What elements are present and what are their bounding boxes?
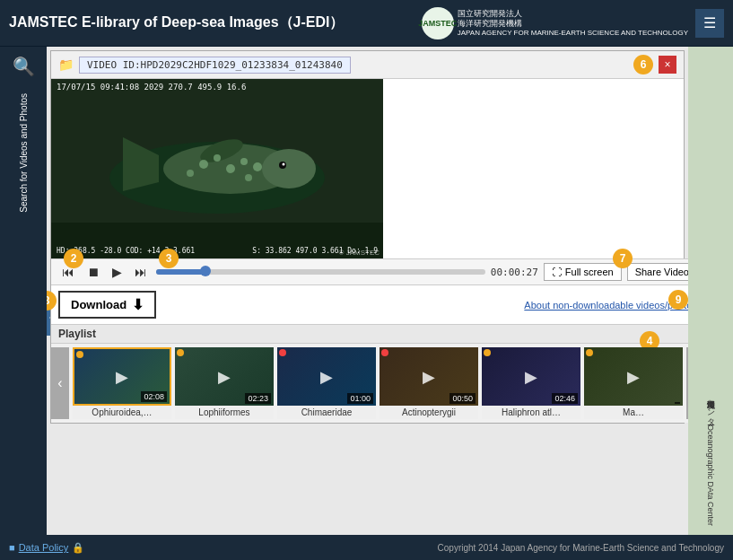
non-download-container: 9 About non-downloadable videos/photos	[524, 299, 688, 311]
video-player[interactable]: 17/07/15 09:41:08 2029 270.7 495.9 16.6	[51, 79, 383, 258]
badge-6: 6	[633, 55, 653, 74]
badge-9: 9	[668, 290, 688, 310]
header-right: JAMSTEC 国立研究開発法人 海洋研究開発機構 JAPAN AGENCY F…	[422, 7, 724, 39]
playlist-scroll-right[interactable]: ›	[686, 347, 688, 419]
playlist-items: ▶ 02:08 Ophiuroidea,… ▶ 02:2	[69, 347, 686, 419]
logo-text: 国立研究開発法人 海洋研究開発機構 JAPAN AGENCY FOR MARIN…	[458, 9, 688, 37]
download-icon: ⬇	[132, 296, 144, 313]
fullscreen-icon: ⛶	[552, 267, 562, 277]
playlist-thumb-6: ▶	[584, 347, 683, 406]
thumb-badge-6	[586, 349, 593, 356]
badge-3: 3	[159, 249, 179, 268]
playlist-section: Playlist 4 ‹ ▶ 02:08	[51, 324, 688, 423]
hamburger-button[interactable]: ☰	[695, 9, 724, 38]
share-button[interactable]: Share Video	[627, 263, 688, 281]
controls-bar: 2 3 ⏮ ⏹ ▶ ⏭ 00:00:27 ⛶ Full	[51, 258, 688, 285]
thumb-duration-1: 02:08	[141, 391, 167, 402]
main-layout: 🔍 Search for Videos and Photos 📁 VIDEO I…	[0, 47, 733, 535]
playlist-label-1: Ophiuroidea,…	[73, 406, 171, 419]
playlist-thumb-4: ▶ 00:50	[380, 347, 478, 406]
thumb-badge-2	[177, 349, 184, 356]
playlist-thumb-5: ▶ 02:46	[482, 347, 580, 406]
logo-line3: JAPAN AGENCY FOR MARINE-EARTH SCIENCE AN…	[458, 29, 688, 38]
folder-icon: 📁	[58, 57, 74, 72]
thumb-badge-4	[381, 349, 388, 356]
logo-line2: 海洋研究開発機構	[458, 19, 688, 29]
svg-point-11	[187, 170, 194, 177]
modal-header-right: 6 ×	[633, 55, 676, 74]
progress-thumb	[200, 266, 211, 276]
right-sidebar: 海洋環境情報センター Oceanographic DAta Center	[688, 47, 733, 535]
thumb-play-5: ▶	[525, 367, 537, 387]
playlist-thumb-1: ▶ 02:08	[73, 347, 171, 406]
video-id: VIDEO ID:HPD2029C2HDF1029_01233834_01243…	[79, 57, 351, 74]
thumb-duration-4: 00:50	[449, 393, 476, 404]
thumb-badge-3	[279, 349, 286, 356]
video-section: 17/07/15 09:41:08 2029 270.7 495.9 16.6	[51, 79, 688, 423]
lock-icon: 🔒	[72, 542, 84, 554]
playlist-label-4: Actinopterygii	[380, 406, 478, 419]
badge-2: 2	[64, 249, 83, 268]
progress-fill	[156, 269, 205, 275]
svg-point-10	[253, 162, 262, 171]
thumb-play-4: ▶	[423, 367, 435, 387]
video-overlay-text: 17/07/15 09:41:08 2029 270.7 495.9 16.6	[57, 83, 246, 92]
thumb-duration-3: 01:00	[347, 393, 373, 404]
list-item[interactable]: ▶ 02:08 Ophiuroidea,…	[73, 347, 171, 419]
list-item[interactable]: ▶ 01:00 Chimaeridae	[277, 347, 376, 419]
svg-point-7	[214, 154, 221, 162]
sidebar-search-label: Search for Videos and Photos	[18, 93, 30, 213]
video-hud: HD: 268.5 -28.0 COD: +14.3 3.661 S: 33.8…	[57, 247, 378, 255]
data-policy-icon: ■	[9, 542, 15, 553]
svg-point-6	[199, 160, 208, 169]
thumb-play-2: ▶	[218, 367, 231, 387]
time-display: 00:00:27	[491, 267, 538, 278]
badge-8: 8	[47, 291, 57, 311]
app-header: JAMSTEC E-library of Deep-sea Images（J-E…	[0, 0, 733, 47]
thumb-play-3: ▶	[320, 367, 333, 387]
footer-copyright: Copyright 2014 Japan Agency for Marine-E…	[438, 543, 724, 553]
jamstec-logo: JAMSTEC 国立研究開発法人 海洋研究開発機構 JAPAN AGENCY F…	[422, 7, 688, 39]
svg-point-3	[262, 149, 316, 188]
thumb-duration-2: 02:23	[245, 393, 271, 404]
modal-body: 17/07/15 09:41:08 2029 270.7 495.9 16.6	[51, 79, 684, 423]
action-bar: 8 Download ⬇ 9 About non-downloadable vi…	[51, 285, 688, 324]
content-area: 📁 VIDEO ID:HPD2029C2HDF1029_01233834_012…	[47, 47, 688, 535]
thumb-badge-5	[484, 349, 491, 356]
playlist-label-5: Haliphron atl…	[482, 406, 580, 419]
data-policy-link[interactable]: Data Policy	[19, 542, 69, 553]
list-item[interactable]: ▶ 02:46 Haliphron atl…	[482, 347, 580, 419]
non-download-text: About non-downloadable videos/photos	[524, 300, 688, 311]
thumb-play-6: ▶	[627, 367, 640, 387]
stop-button[interactable]: ⏹	[83, 263, 103, 281]
thumb-duration-6	[675, 402, 680, 404]
svg-point-14	[283, 163, 285, 166]
svg-point-9	[240, 158, 248, 165]
download-button[interactable]: Download ⬇	[58, 291, 156, 319]
playlist-thumb-2: ▶ 02:23	[175, 347, 274, 406]
search-button[interactable]: 🔍	[13, 56, 35, 77]
close-button[interactable]: ×	[659, 56, 676, 74]
playlist-scroll-left[interactable]: ‹	[51, 347, 69, 419]
list-item[interactable]: ▶ Ma…	[584, 347, 683, 419]
forward-button[interactable]: ⏭	[131, 263, 151, 281]
fullscreen-button[interactable]: ⛶ Full screen	[544, 263, 622, 281]
left-sidebar: 🔍 Search for Videos and Photos	[0, 47, 47, 535]
list-item[interactable]: ▶ 00:50 Actinopterygii	[380, 347, 478, 419]
watermark: © JAMSTEC	[339, 249, 380, 257]
playlist-label-3: Chimaeridae	[277, 406, 376, 419]
right-sidebar-line2: Oceanographic DAta Center	[706, 424, 715, 526]
modal-header: 📁 VIDEO ID:HPD2029C2HDF1029_01233834_012…	[51, 51, 684, 79]
app-title: JAMSTEC E-library of Deep-sea Images（J-E…	[9, 13, 344, 32]
list-item[interactable]: ▶ 02:23 Lophiiformes	[175, 347, 274, 419]
footer-left: ■ Data Policy 🔒	[9, 542, 84, 554]
progress-bar[interactable]	[156, 269, 485, 275]
playlist-scroll: 4 ‹ ▶ 02:08 Ophiuroidea,…	[51, 344, 688, 423]
badge-7: 7	[613, 249, 633, 268]
play-button[interactable]: ▶	[109, 263, 126, 281]
svg-point-12	[245, 174, 252, 181]
download-label: Download	[71, 298, 127, 311]
non-download-link[interactable]: About non-downloadable videos/photos	[524, 300, 688, 311]
playlist-label-2: Lophiiformes	[175, 406, 274, 419]
thumb-duration-5: 02:46	[552, 393, 578, 404]
